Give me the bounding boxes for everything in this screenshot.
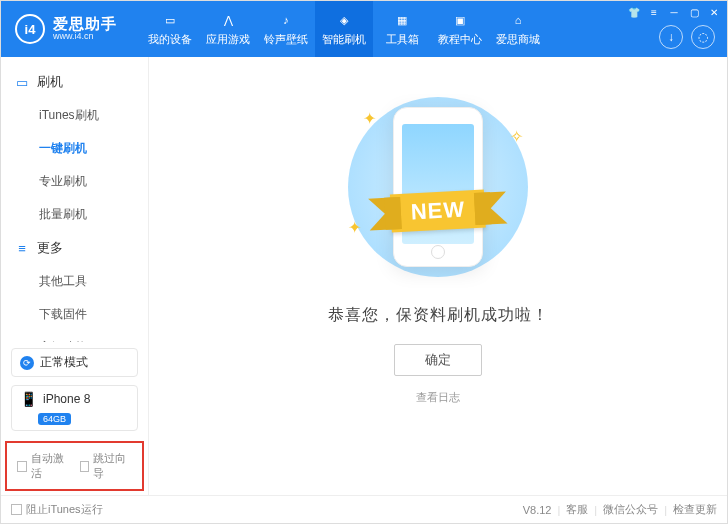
- sparkle-icon: ✦: [348, 218, 361, 237]
- logo-badge: i4: [15, 14, 45, 44]
- checkbox-icon: [17, 461, 27, 472]
- brand-url: www.i4.cn: [53, 32, 117, 42]
- sidebar-item[interactable]: 批量刷机: [39, 198, 148, 231]
- sidebar: ▭刷机iTunes刷机一键刷机专业刷机批量刷机≡更多其他工具下载固件高级功能 ⟳…: [1, 57, 149, 495]
- storage-badge: 64GB: [38, 413, 71, 425]
- nav-icon: ▭: [161, 11, 179, 29]
- device-name: iPhone 8: [43, 392, 90, 406]
- window-controls: 👕 ≡ ─ ▢ ✕: [627, 5, 721, 19]
- new-ribbon: NEW: [390, 190, 486, 233]
- update-link[interactable]: 检查更新: [673, 502, 717, 517]
- sidebar-item[interactable]: 下载固件: [39, 298, 148, 331]
- brand-logo: i4 爱思助手 www.i4.cn: [1, 14, 117, 44]
- nav-item-0[interactable]: ▭我的设备: [141, 1, 199, 57]
- nav-item-1[interactable]: ⋀应用游戏: [199, 1, 257, 57]
- titlebar: i4 爱思助手 www.i4.cn ▭我的设备⋀应用游戏♪铃声壁纸◈智能刷机▦工…: [1, 1, 727, 57]
- nav-icon: ⌂: [509, 11, 527, 29]
- sidebar-item[interactable]: 一键刷机: [39, 132, 148, 165]
- nav-icon: ♪: [277, 11, 295, 29]
- nav-item-2[interactable]: ♪铃声壁纸: [257, 1, 315, 57]
- nav-item-4[interactable]: ▦工具箱: [373, 1, 431, 57]
- wechat-link[interactable]: 微信公众号: [603, 502, 658, 517]
- nav-item-6[interactable]: ⌂爱思商城: [489, 1, 547, 57]
- checkbox-icon: [80, 461, 90, 472]
- sidebar-item[interactable]: 专业刷机: [39, 165, 148, 198]
- top-nav: ▭我的设备⋀应用游戏♪铃声壁纸◈智能刷机▦工具箱▣教程中心⌂爱思商城: [141, 1, 547, 57]
- nav-icon: ◈: [335, 11, 353, 29]
- skip-wizard-checkbox[interactable]: 跳过向导: [80, 451, 133, 481]
- bottom-checks-highlight: 自动激活 跳过向导: [5, 441, 144, 491]
- success-illustration: NEW ✦ ✧ ✦: [323, 97, 553, 277]
- sidebar-item[interactable]: 其他工具: [39, 265, 148, 298]
- device-box[interactable]: 📱 iPhone 8 64GB: [11, 385, 138, 431]
- checkbox-icon: [11, 504, 22, 515]
- nav-icon: ▣: [451, 11, 469, 29]
- block-itunes-checkbox[interactable]: 阻止iTunes运行: [11, 502, 103, 517]
- phone-icon: 📱: [20, 391, 37, 407]
- shirt-icon[interactable]: 👕: [627, 5, 641, 19]
- app-window: i4 爱思助手 www.i4.cn ▭我的设备⋀应用游戏♪铃声壁纸◈智能刷机▦工…: [0, 0, 728, 524]
- mode-box[interactable]: ⟳ 正常模式: [11, 348, 138, 377]
- sparkle-icon: ✦: [363, 109, 376, 128]
- sidebar-group-header[interactable]: ≡更多: [1, 231, 148, 265]
- sidebar-item[interactable]: iTunes刷机: [39, 99, 148, 132]
- ok-button[interactable]: 确定: [394, 344, 482, 376]
- download-icon[interactable]: ↓: [659, 25, 683, 49]
- menu-icon: ≡: [15, 241, 29, 255]
- nav-icon: ⋀: [219, 11, 237, 29]
- phone-icon: ▭: [15, 75, 29, 89]
- main-pane: NEW ✦ ✧ ✦ 恭喜您，保资料刷机成功啦！ 确定 查看日志: [149, 57, 727, 495]
- body: ▭刷机iTunes刷机一键刷机专业刷机批量刷机≡更多其他工具下载固件高级功能 ⟳…: [1, 57, 727, 495]
- nav-item-5[interactable]: ▣教程中心: [431, 1, 489, 57]
- nav-item-3[interactable]: ◈智能刷机: [315, 1, 373, 57]
- maximize-icon[interactable]: ▢: [687, 5, 701, 19]
- view-log-link[interactable]: 查看日志: [416, 390, 460, 405]
- account-icon[interactable]: ◌: [691, 25, 715, 49]
- sidebar-item[interactable]: 高级功能: [39, 331, 148, 342]
- success-message: 恭喜您，保资料刷机成功啦！: [328, 305, 549, 326]
- refresh-icon: ⟳: [20, 356, 34, 370]
- mode-label: 正常模式: [40, 354, 88, 371]
- version-label: V8.12: [523, 504, 552, 516]
- sidebar-group-header[interactable]: ▭刷机: [1, 65, 148, 99]
- auto-activate-checkbox[interactable]: 自动激活: [17, 451, 70, 481]
- sparkle-icon: ✧: [510, 127, 523, 146]
- phone-illustration: [393, 107, 483, 267]
- brand-name: 爱思助手: [53, 16, 117, 33]
- minimize-icon[interactable]: ─: [667, 5, 681, 19]
- menu-icon[interactable]: ≡: [647, 5, 661, 19]
- close-icon[interactable]: ✕: [707, 5, 721, 19]
- support-link[interactable]: 客服: [566, 502, 588, 517]
- nav-icon: ▦: [393, 11, 411, 29]
- statusbar: 阻止iTunes运行 V8.12 | 客服 | 微信公众号 | 检查更新: [1, 495, 727, 523]
